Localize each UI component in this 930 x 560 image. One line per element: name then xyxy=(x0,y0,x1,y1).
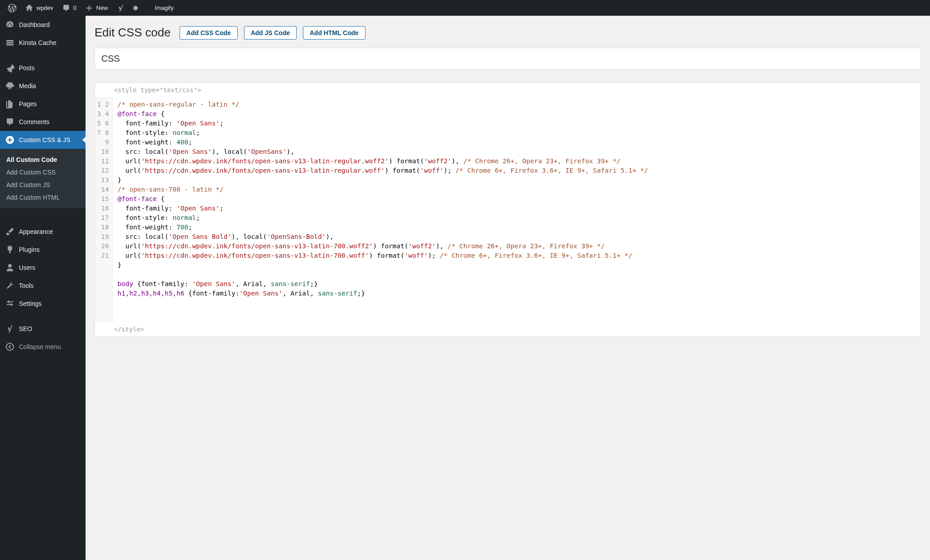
code-line[interactable]: font-style: normal; xyxy=(117,213,916,223)
sidebar-item-dashboard[interactable]: Dashboard xyxy=(0,16,86,34)
collapse-icon xyxy=(5,342,14,351)
comments-link[interactable]: 0 xyxy=(58,0,81,16)
sidebar-item-label: Tools xyxy=(19,282,34,289)
admin-sidebar: DashboardKinsta CachePostsMediaPagesComm… xyxy=(0,16,86,560)
sidebar-item-label: Comments xyxy=(19,118,50,125)
sidebar-item-kinsta-cache[interactable]: Kinsta Cache xyxy=(0,34,86,52)
sidebar-item-appearance[interactable]: Appearance xyxy=(0,223,86,241)
code-editor: <style type="text/css"> 1 2 3 4 5 6 7 8 … xyxy=(95,82,921,337)
site-name: wpdev xyxy=(36,4,54,11)
user-icon xyxy=(5,263,14,272)
add-css-code-button[interactable]: Add CSS Code xyxy=(180,26,238,40)
main-content: Edit CSS code Add CSS Code Add JS Code A… xyxy=(86,16,930,560)
code-line[interactable]: font-weight: 700; xyxy=(117,223,916,232)
code-line[interactable]: /* open-sans-700 - latin */ xyxy=(117,185,916,194)
imagify-link[interactable]: Imagify xyxy=(151,0,178,16)
bullet-icon xyxy=(133,6,138,10)
code-line[interactable]: } xyxy=(117,260,916,270)
sidebar-item-label: Custom CSS & JS xyxy=(19,136,70,143)
imagify-label: Imagify xyxy=(155,4,174,11)
status-indicator[interactable] xyxy=(129,0,142,16)
code-textarea[interactable]: /* open-sans-regular - latin */@font-fac… xyxy=(113,97,921,322)
add-html-code-button[interactable]: Add HTML Code xyxy=(303,26,366,40)
comment-icon xyxy=(5,117,14,126)
sidebar-item-seo[interactable]: SEO xyxy=(0,320,86,338)
code-line[interactable]: body {font-family: 'Open Sans', Arial, s… xyxy=(117,279,916,289)
code-line[interactable]: /* open-sans-regular - latin */ xyxy=(117,100,916,109)
code-title-input[interactable] xyxy=(95,48,921,70)
sidebar-item-label: Posts xyxy=(19,64,35,72)
yoast-icon xyxy=(116,4,125,13)
code-line[interactable]: @font-face { xyxy=(117,194,916,204)
sidebar-item-plugins[interactable]: Plugins xyxy=(0,241,86,259)
plus-circle-icon xyxy=(5,135,14,144)
code-line[interactable]: url('https://cdn.wpdev.ink/fonts/open-sa… xyxy=(117,242,916,251)
submenu-item-add-custom-js[interactable]: Add Custom JS xyxy=(0,179,86,191)
sidebar-item-collapse-menu[interactable]: Collapse menu xyxy=(0,338,86,356)
sidebar-item-label: Kinsta Cache xyxy=(19,39,56,46)
sidebar-item-label: Dashboard xyxy=(19,21,50,28)
page-icon xyxy=(5,99,14,108)
new-label: New xyxy=(96,4,108,11)
svg-point-1 xyxy=(6,343,14,350)
yoast-link[interactable] xyxy=(112,0,129,16)
sidebar-item-posts[interactable]: Posts xyxy=(0,59,86,77)
sidebar-item-label: Appearance xyxy=(19,228,53,235)
submenu-item-add-custom-css[interactable]: Add Custom CSS xyxy=(0,166,86,179)
sidebar-item-label: Collapse menu xyxy=(19,343,61,350)
sidebar-item-pages[interactable]: Pages xyxy=(0,95,86,113)
code-line[interactable]: font-family: 'Open Sans'; xyxy=(117,119,916,128)
code-line[interactable]: @font-face { xyxy=(117,109,916,119)
code-line[interactable]: font-weight: 400; xyxy=(117,138,916,147)
sliders-icon xyxy=(5,299,14,308)
sidebar-item-label: Plugins xyxy=(19,246,40,253)
sidebar-item-label: SEO xyxy=(19,325,32,332)
wrench-icon xyxy=(5,281,14,290)
sidebar-item-users[interactable]: Users xyxy=(0,259,86,277)
line-gutter: 1 2 3 4 5 6 7 8 9 10 11 12 13 14 15 16 1… xyxy=(95,97,113,322)
media-icon xyxy=(5,81,14,90)
submenu-item-add-custom-html[interactable]: Add Custom HTML xyxy=(0,191,86,204)
stack-icon xyxy=(5,38,14,47)
code-line[interactable]: src: local('Open Sans Bold'), local('Ope… xyxy=(117,232,916,242)
editor-body[interactable]: 1 2 3 4 5 6 7 8 9 10 11 12 13 14 15 16 1… xyxy=(95,97,921,322)
code-line[interactable]: src: local('Open Sans'), local('OpenSans… xyxy=(117,147,916,157)
site-link[interactable]: wpdev xyxy=(21,0,58,16)
brush-icon xyxy=(5,227,14,236)
wp-logo[interactable] xyxy=(4,0,21,16)
sidebar-item-label: Media xyxy=(19,82,36,90)
sidebar-submenu: All Custom CodeAdd Custom CSSAdd Custom … xyxy=(0,149,86,208)
add-js-code-button[interactable]: Add JS Code xyxy=(244,26,297,40)
sidebar-item-label: Settings xyxy=(19,300,42,307)
sidebar-item-tools[interactable]: Tools xyxy=(0,277,86,295)
sidebar-item-media[interactable]: Media xyxy=(0,77,86,95)
admin-bar: wpdev 0 New Imagify xyxy=(0,0,930,16)
sidebar-item-custom-css-js[interactable]: Custom CSS & JS xyxy=(0,131,86,149)
sidebar-item-comments[interactable]: Comments xyxy=(0,113,86,131)
plus-icon xyxy=(85,4,94,13)
editor-opening-tag: <style type="text/css"> xyxy=(95,83,921,97)
code-line[interactable]: } xyxy=(117,175,916,185)
code-line[interactable]: font-family: 'Open Sans'; xyxy=(117,204,916,213)
sidebar-item-label: Pages xyxy=(19,100,37,108)
dashboard-icon xyxy=(5,20,14,29)
code-line[interactable]: url('https://cdn.wpdev.ink/fonts/open-sa… xyxy=(117,157,916,166)
code-line[interactable]: url('https://cdn.wpdev.ink/fonts/open-sa… xyxy=(117,251,916,260)
code-line[interactable]: h1,h2,h3,h4,h5,h6 {font-family:'Open San… xyxy=(117,289,916,298)
code-line[interactable]: url('https://cdn.wpdev.ink/fonts/open-sa… xyxy=(117,166,916,175)
seo-icon xyxy=(5,324,14,333)
editor-closing-tag: </style> xyxy=(95,322,921,336)
submenu-item-all-custom-code[interactable]: All Custom Code xyxy=(0,153,86,166)
code-line[interactable] xyxy=(117,270,916,279)
comments-count: 0 xyxy=(73,4,77,11)
sidebar-item-label: Users xyxy=(19,264,36,271)
page-header: Edit CSS code Add CSS Code Add JS Code A… xyxy=(95,26,921,40)
pin-icon xyxy=(5,63,14,72)
new-content-link[interactable]: New xyxy=(81,0,112,16)
sidebar-item-settings[interactable]: Settings xyxy=(0,295,86,313)
plug-icon xyxy=(5,245,14,254)
page-title: Edit CSS code xyxy=(95,26,171,40)
home-icon xyxy=(25,4,34,13)
code-line[interactable]: font-style: normal; xyxy=(117,128,916,138)
wordpress-icon xyxy=(8,4,17,13)
